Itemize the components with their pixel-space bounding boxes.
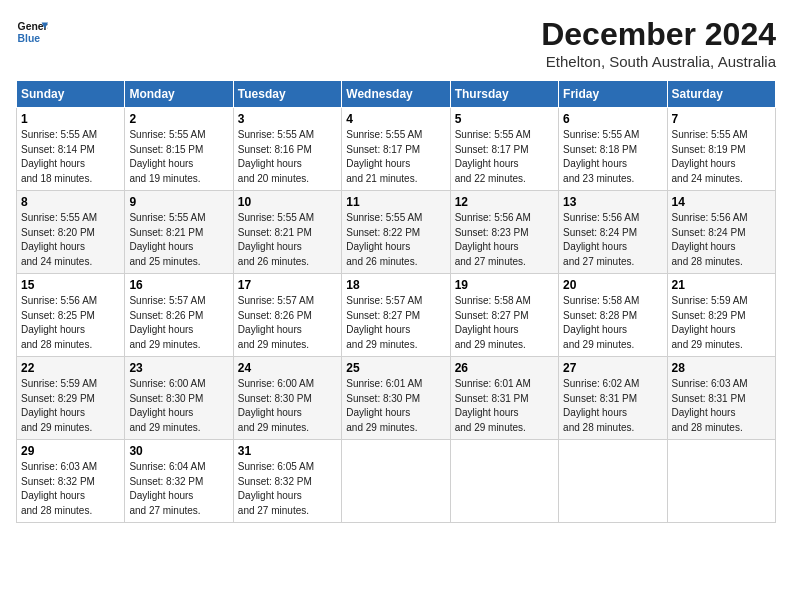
weekday-header-saturday: Saturday [667,81,775,108]
day-info: Sunrise: 5:55 AMSunset: 8:14 PMDaylight … [21,129,97,184]
calendar-week-row: 1 Sunrise: 5:55 AMSunset: 8:14 PMDayligh… [17,108,776,191]
day-number: 15 [21,278,120,292]
calendar-week-row: 22 Sunrise: 5:59 AMSunset: 8:29 PMDaylig… [17,357,776,440]
weekday-header-wednesday: Wednesday [342,81,450,108]
day-number: 20 [563,278,662,292]
calendar-cell: 14 Sunrise: 5:56 AMSunset: 8:24 PMDaylig… [667,191,775,274]
day-info: Sunrise: 6:03 AMSunset: 8:32 PMDaylight … [21,461,97,516]
day-number: 4 [346,112,445,126]
calendar-cell: 6 Sunrise: 5:55 AMSunset: 8:18 PMDayligh… [559,108,667,191]
calendar-cell: 31 Sunrise: 6:05 AMSunset: 8:32 PMDaylig… [233,440,341,523]
day-number: 16 [129,278,228,292]
calendar-cell: 9 Sunrise: 5:55 AMSunset: 8:21 PMDayligh… [125,191,233,274]
day-info: Sunrise: 5:59 AMSunset: 8:29 PMDaylight … [21,378,97,433]
day-info: Sunrise: 5:57 AMSunset: 8:27 PMDaylight … [346,295,422,350]
calendar-cell: 2 Sunrise: 5:55 AMSunset: 8:15 PMDayligh… [125,108,233,191]
weekday-header-thursday: Thursday [450,81,558,108]
calendar-cell: 28 Sunrise: 6:03 AMSunset: 8:31 PMDaylig… [667,357,775,440]
day-number: 21 [672,278,771,292]
day-number: 11 [346,195,445,209]
day-info: Sunrise: 5:56 AMSunset: 8:23 PMDaylight … [455,212,531,267]
day-number: 2 [129,112,228,126]
day-info: Sunrise: 5:55 AMSunset: 8:19 PMDaylight … [672,129,748,184]
day-number: 13 [563,195,662,209]
weekday-header-monday: Monday [125,81,233,108]
day-number: 12 [455,195,554,209]
calendar-cell: 24 Sunrise: 6:00 AMSunset: 8:30 PMDaylig… [233,357,341,440]
day-number: 30 [129,444,228,458]
calendar-cell: 1 Sunrise: 5:55 AMSunset: 8:14 PMDayligh… [17,108,125,191]
calendar-cell: 12 Sunrise: 5:56 AMSunset: 8:23 PMDaylig… [450,191,558,274]
header: General Blue December 2024 Ethelton, Sou… [16,16,776,70]
day-number: 22 [21,361,120,375]
title-block: December 2024 Ethelton, South Australia,… [541,16,776,70]
weekday-header-row: SundayMondayTuesdayWednesdayThursdayFrid… [17,81,776,108]
calendar-cell: 29 Sunrise: 6:03 AMSunset: 8:32 PMDaylig… [17,440,125,523]
day-number: 26 [455,361,554,375]
calendar-cell: 5 Sunrise: 5:55 AMSunset: 8:17 PMDayligh… [450,108,558,191]
logo-icon: General Blue [16,16,48,48]
calendar-table: SundayMondayTuesdayWednesdayThursdayFrid… [16,80,776,523]
day-number: 3 [238,112,337,126]
day-number: 1 [21,112,120,126]
calendar-cell: 26 Sunrise: 6:01 AMSunset: 8:31 PMDaylig… [450,357,558,440]
weekday-header-tuesday: Tuesday [233,81,341,108]
subtitle: Ethelton, South Australia, Australia [541,53,776,70]
day-number: 10 [238,195,337,209]
day-info: Sunrise: 5:55 AMSunset: 8:22 PMDaylight … [346,212,422,267]
calendar-cell: 10 Sunrise: 5:55 AMSunset: 8:21 PMDaylig… [233,191,341,274]
main-title: December 2024 [541,16,776,53]
calendar-cell: 16 Sunrise: 5:57 AMSunset: 8:26 PMDaylig… [125,274,233,357]
calendar-cell: 30 Sunrise: 6:04 AMSunset: 8:32 PMDaylig… [125,440,233,523]
calendar-week-row: 29 Sunrise: 6:03 AMSunset: 8:32 PMDaylig… [17,440,776,523]
day-info: Sunrise: 5:55 AMSunset: 8:21 PMDaylight … [129,212,205,267]
calendar-cell [667,440,775,523]
day-number: 17 [238,278,337,292]
day-info: Sunrise: 6:05 AMSunset: 8:32 PMDaylight … [238,461,314,516]
day-number: 29 [21,444,120,458]
calendar-cell: 8 Sunrise: 5:55 AMSunset: 8:20 PMDayligh… [17,191,125,274]
day-info: Sunrise: 6:01 AMSunset: 8:31 PMDaylight … [455,378,531,433]
day-number: 24 [238,361,337,375]
calendar-cell: 19 Sunrise: 5:58 AMSunset: 8:27 PMDaylig… [450,274,558,357]
day-info: Sunrise: 5:55 AMSunset: 8:15 PMDaylight … [129,129,205,184]
day-info: Sunrise: 5:59 AMSunset: 8:29 PMDaylight … [672,295,748,350]
day-info: Sunrise: 6:02 AMSunset: 8:31 PMDaylight … [563,378,639,433]
logo: General Blue [16,16,48,48]
day-info: Sunrise: 5:55 AMSunset: 8:21 PMDaylight … [238,212,314,267]
calendar-cell [450,440,558,523]
calendar-cell: 17 Sunrise: 5:57 AMSunset: 8:26 PMDaylig… [233,274,341,357]
day-info: Sunrise: 5:56 AMSunset: 8:24 PMDaylight … [563,212,639,267]
day-info: Sunrise: 5:55 AMSunset: 8:17 PMDaylight … [455,129,531,184]
calendar-week-row: 15 Sunrise: 5:56 AMSunset: 8:25 PMDaylig… [17,274,776,357]
calendar-cell: 3 Sunrise: 5:55 AMSunset: 8:16 PMDayligh… [233,108,341,191]
day-number: 25 [346,361,445,375]
calendar-cell: 20 Sunrise: 5:58 AMSunset: 8:28 PMDaylig… [559,274,667,357]
calendar-cell: 27 Sunrise: 6:02 AMSunset: 8:31 PMDaylig… [559,357,667,440]
calendar-cell: 23 Sunrise: 6:00 AMSunset: 8:30 PMDaylig… [125,357,233,440]
day-info: Sunrise: 6:01 AMSunset: 8:30 PMDaylight … [346,378,422,433]
day-number: 7 [672,112,771,126]
day-info: Sunrise: 6:04 AMSunset: 8:32 PMDaylight … [129,461,205,516]
calendar-cell: 11 Sunrise: 5:55 AMSunset: 8:22 PMDaylig… [342,191,450,274]
calendar-week-row: 8 Sunrise: 5:55 AMSunset: 8:20 PMDayligh… [17,191,776,274]
day-number: 19 [455,278,554,292]
day-info: Sunrise: 5:58 AMSunset: 8:28 PMDaylight … [563,295,639,350]
calendar-cell: 18 Sunrise: 5:57 AMSunset: 8:27 PMDaylig… [342,274,450,357]
day-number: 8 [21,195,120,209]
day-info: Sunrise: 6:00 AMSunset: 8:30 PMDaylight … [129,378,205,433]
calendar-cell: 15 Sunrise: 5:56 AMSunset: 8:25 PMDaylig… [17,274,125,357]
day-info: Sunrise: 5:58 AMSunset: 8:27 PMDaylight … [455,295,531,350]
day-info: Sunrise: 5:57 AMSunset: 8:26 PMDaylight … [238,295,314,350]
svg-text:Blue: Blue [18,33,41,44]
day-number: 5 [455,112,554,126]
day-info: Sunrise: 6:03 AMSunset: 8:31 PMDaylight … [672,378,748,433]
day-info: Sunrise: 5:55 AMSunset: 8:16 PMDaylight … [238,129,314,184]
calendar-cell: 25 Sunrise: 6:01 AMSunset: 8:30 PMDaylig… [342,357,450,440]
day-number: 27 [563,361,662,375]
calendar-cell: 7 Sunrise: 5:55 AMSunset: 8:19 PMDayligh… [667,108,775,191]
day-number: 18 [346,278,445,292]
day-info: Sunrise: 5:55 AMSunset: 8:18 PMDaylight … [563,129,639,184]
weekday-header-sunday: Sunday [17,81,125,108]
calendar-cell: 4 Sunrise: 5:55 AMSunset: 8:17 PMDayligh… [342,108,450,191]
